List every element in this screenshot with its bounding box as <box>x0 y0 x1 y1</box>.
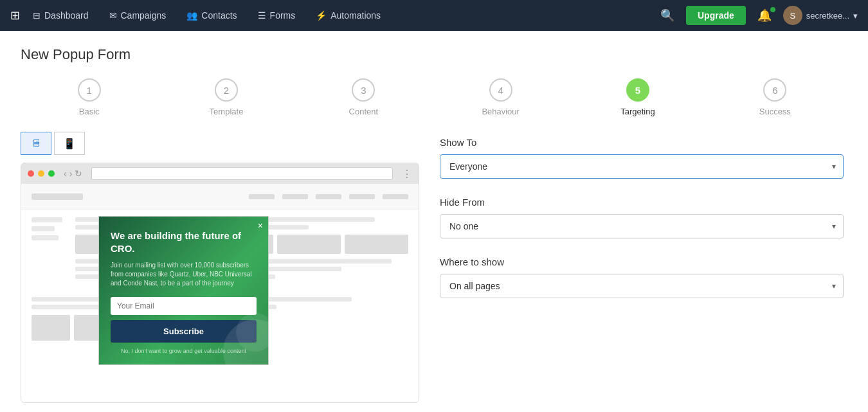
step-template[interactable]: 2 Template <box>158 78 294 116</box>
view-toggle: 🖥 📱 <box>21 132 419 155</box>
fake-sidebar-item <box>32 226 55 231</box>
right-panel: Show To Everyone New visitors Returning … <box>440 132 844 403</box>
email-icon: ✉ <box>109 10 117 21</box>
fake-sidebar-item <box>32 235 59 240</box>
fake-image-block <box>345 235 408 254</box>
nav-forms[interactable]: ☰ Forms <box>250 0 303 31</box>
mobile-icon: 📱 <box>63 138 76 150</box>
browser-back-icon: ‹ <box>64 168 67 179</box>
two-col-layout: 🖥 📱 ‹ › ↻ ⋮ <box>21 132 844 403</box>
where-to-show-select[interactable]: On all pages Specific pages Homepage onl… <box>440 274 844 298</box>
desktop-icon: 🖥 <box>31 138 41 149</box>
step-label-behaviour: Behaviour <box>482 107 520 116</box>
fake-logo <box>32 193 83 200</box>
step-circle-2: 2 <box>215 78 238 102</box>
nav-campaigns[interactable]: ✉ Campaigns <box>102 0 174 31</box>
step-circle-1: 1 <box>78 78 101 102</box>
stepper: 1 Basic 2 Template 3 Content 4 Behaviour… <box>21 78 844 116</box>
popup-heading: We are building the future of CRO. <box>111 229 257 255</box>
step-circle-5: 5 <box>626 78 649 102</box>
step-label-targeting: Targeting <box>620 107 655 116</box>
fake-sidebar-item <box>32 217 62 222</box>
step-label-basic: Basic <box>79 107 100 116</box>
step-targeting[interactable]: 5 Targeting <box>569 78 706 116</box>
step-label-success: Success <box>759 107 791 116</box>
step-success[interactable]: 6 Success <box>707 78 844 116</box>
fake-nav-items <box>249 194 408 199</box>
avatar: S <box>783 6 802 25</box>
step-basic[interactable]: 1 Basic <box>21 78 158 116</box>
left-panel: 🖥 📱 ‹ › ↻ ⋮ <box>21 132 419 403</box>
browser-refresh-icon: ↻ <box>75 168 82 179</box>
popup-overlay: × We are building the future of CRO. Joi… <box>98 216 269 365</box>
step-behaviour[interactable]: 4 Behaviour <box>432 78 569 116</box>
user-menu[interactable]: S secretkee... ▾ <box>783 6 858 25</box>
fake-thumb <box>32 315 70 341</box>
forms-icon: ☰ <box>258 10 266 21</box>
hide-from-wrapper: No one Logged in users Mobile users ▾ <box>440 214 844 238</box>
fake-nav-item <box>316 194 341 199</box>
nav-dashboard[interactable]: ⊟ Dashboard <box>25 0 96 31</box>
dashboard-icon: ⊟ <box>33 10 41 21</box>
show-to-wrapper: Everyone New visitors Returning visitors… <box>440 154 844 179</box>
popup-close-button[interactable]: × <box>258 220 263 231</box>
step-content[interactable]: 3 Content <box>295 78 432 116</box>
contacts-icon: 👥 <box>186 10 197 21</box>
fake-nav-item <box>383 194 408 199</box>
chevron-down-icon: ▾ <box>853 11 858 21</box>
browser-mockup: ‹ › ↻ ⋮ <box>21 163 419 403</box>
step-label-content: Content <box>349 107 379 116</box>
browser-dot-yellow <box>38 170 44 177</box>
nav-contacts[interactable]: 👥 Contacts <box>179 0 244 31</box>
fake-nav-item <box>282 194 308 199</box>
page-title: New Popup Form <box>21 46 847 63</box>
step-circle-6: 6 <box>763 78 786 102</box>
popup-subtext: Join our mailing list with over 10,000 s… <box>111 261 257 288</box>
browser-forward-icon: › <box>69 168 73 179</box>
show-to-select[interactable]: Everyone New visitors Returning visitors <box>440 154 844 179</box>
nav-automations[interactable]: ⚡ Automations <box>308 0 388 31</box>
where-to-show-wrapper: On all pages Specific pages Homepage onl… <box>440 274 844 298</box>
mobile-view-button[interactable]: 📱 <box>54 132 85 155</box>
step-circle-3: 3 <box>352 78 375 102</box>
where-to-show-label: Where to show <box>440 256 844 267</box>
fake-nav-item <box>349 194 375 199</box>
fake-header <box>21 184 419 210</box>
automations-icon: ⚡ <box>316 10 327 21</box>
main-content: New Popup Form 1 Basic 2 Template 3 Cont… <box>0 31 868 412</box>
browser-menu-icon: ⋮ <box>402 168 412 180</box>
fake-sidebar <box>32 217 70 284</box>
popup-decoration <box>223 300 268 364</box>
upgrade-button[interactable]: Upgrade <box>686 6 746 25</box>
show-to-label: Show To <box>440 137 844 148</box>
notification-badge <box>770 7 775 12</box>
fake-image-block <box>277 235 341 254</box>
desktop-view-button[interactable]: 🖥 <box>21 132 51 155</box>
brand-icon: ⊞ <box>10 8 20 22</box>
browser-dot-green <box>48 170 55 177</box>
step-circle-4: 4 <box>489 78 512 102</box>
navbar: ⊞ ⊟ Dashboard ✉ Campaigns 👥 Contacts ☰ F… <box>0 0 868 31</box>
browser-dot-red <box>28 170 34 177</box>
browser-controls: ‹ › ↻ <box>64 168 82 179</box>
browser-bar: ‹ › ↻ ⋮ <box>21 163 419 184</box>
browser-content: × We are building the future of CRO. Joi… <box>21 184 419 402</box>
notification-bell[interactable]: 🔔 <box>751 8 778 22</box>
hide-from-label: Hide From <box>440 197 844 208</box>
hide-from-select[interactable]: No one Logged in users Mobile users <box>440 214 844 238</box>
fake-nav-item <box>249 194 275 199</box>
search-icon[interactable]: 🔍 <box>654 8 681 22</box>
browser-url-bar <box>91 167 393 180</box>
step-label-template: Template <box>210 107 244 116</box>
